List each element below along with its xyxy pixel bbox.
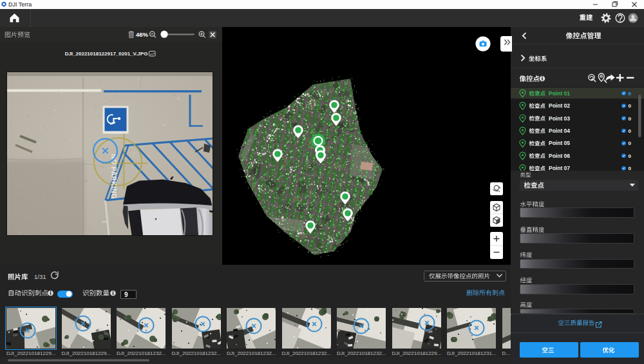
- svg-text:Point 01: Point 01: [549, 90, 570, 97]
- svg-text:1: 1: [101, 220, 108, 224]
- svg-text:Point 05: Point 05: [549, 140, 570, 146]
- svg-text:Point 02: Point 02: [549, 102, 570, 109]
- svg-text:Point 07: Point 07: [549, 165, 570, 171]
- svg-text:0: 0: [629, 128, 632, 134]
- svg-text:0: 0: [629, 153, 632, 159]
- svg-text:Point 03: Point 03: [549, 115, 570, 122]
- svg-text:0: 0: [629, 103, 632, 109]
- svg-text:0: 0: [629, 140, 632, 146]
- svg-text:Point 06: Point 06: [549, 153, 570, 159]
- svg-text:0: 0: [629, 91, 632, 97]
- svg-text:0: 0: [629, 166, 632, 171]
- svg-text:Point 04: Point 04: [549, 128, 570, 134]
- svg-text:0: 0: [629, 116, 632, 122]
